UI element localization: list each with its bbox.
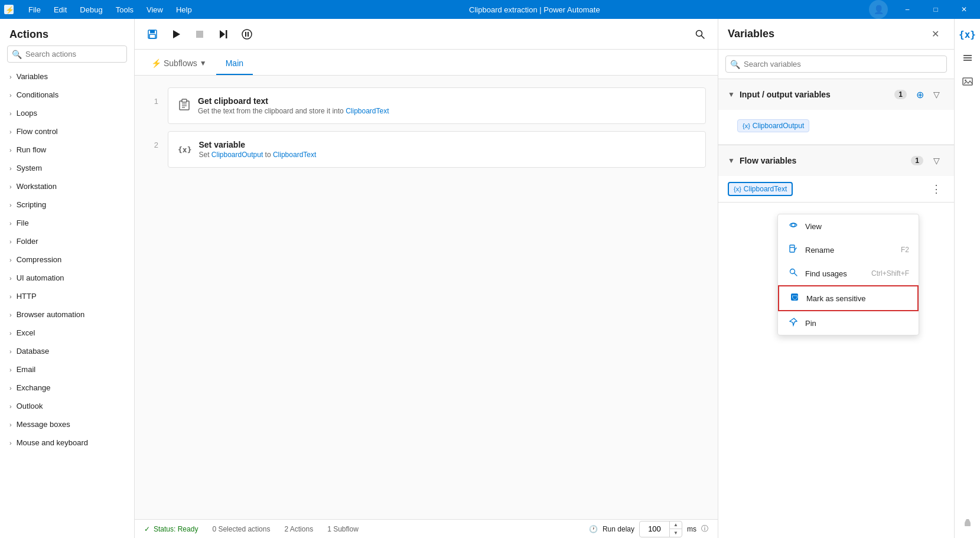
sidebar-layers-button[interactable] [957,47,978,69]
action-label: Message boxes [17,420,70,429]
pause-button[interactable] [236,24,258,45]
chevron-right-icon: › [9,311,12,318]
io-add-button[interactable]: ⊕ [911,86,928,103]
action-item-mousekeyboard[interactable]: › Mouse and keyboard [0,433,134,452]
user-avatar[interactable]: 👤 [869,0,888,19]
action-item-uiautomation[interactable]: › UI automation [0,269,134,287]
action-item-outlook[interactable]: › Outlook [0,397,134,415]
flow-section-badge: 1 [911,156,923,165]
stop-button[interactable] [189,24,210,45]
var-link-clipboardoutput[interactable]: ClipboardOutput [211,151,263,159]
menu-debug[interactable]: Debug [74,3,108,17]
action-item-exchange[interactable]: › Exchange [0,379,134,397]
save-button[interactable] [142,24,163,45]
context-pin-label: Pin [805,319,816,328]
flow-section-title: Flow variables [740,156,911,165]
action-label: Database [17,347,50,356]
check-icon: ✓ [144,525,150,533]
close-button[interactable]: ✕ [950,0,978,19]
view-icon [787,220,799,232]
context-menu-rename[interactable]: Rename F2 [778,238,919,262]
step-content-1: Get clipboard text Get the text from the… [198,96,696,115]
sidebar-image-button[interactable] [957,71,978,92]
menu-view[interactable]: View [141,3,169,17]
action-item-conditionals[interactable]: › Conditionals [0,86,134,104]
svg-rect-28 [963,60,972,61]
tab-main[interactable]: Main [216,53,253,75]
run-delay-value[interactable] [640,523,669,534]
flow-variable-chip[interactable]: {x} ClipboardText [728,182,793,196]
search-icon: 🔍 [12,50,22,59]
window-title: Clipboard extraction | Power Automate [203,5,867,14]
context-menu-findusages[interactable]: Find usages Ctrl+Shift+F [778,262,919,285]
svg-point-9 [242,30,252,39]
search-icon: 🔍 [730,60,740,69]
title-bar: ⚡ File Edit Debug Tools View Help Clipbo… [0,0,980,19]
sidebar-variables-button[interactable]: {x} [957,24,978,45]
action-label: Compression [17,255,62,264]
action-item-file[interactable]: › File [0,214,134,232]
step-card-2[interactable]: {x} Set variable Set ClipboardOutput to … [168,131,706,168]
tab-subflows[interactable]: ⚡ Subflows ▼ [142,53,216,75]
step-card-1[interactable]: Get clipboard text Get the text from the… [168,87,706,124]
io-filter-button[interactable]: ▽ [928,86,945,103]
io-variable-chip[interactable]: {x} ClipboardOutput [737,119,809,132]
sidebar-eraser-button[interactable] [957,512,978,533]
context-menu-view[interactable]: View [778,214,919,238]
search-variables-input[interactable] [725,56,947,73]
maximize-button[interactable]: □ [922,0,949,19]
action-item-http[interactable]: › HTTP [0,287,134,305]
flow-variables-content: {x} ClipboardText ⋮ [718,176,954,202]
next-step-button[interactable] [213,24,234,45]
context-menu-marksensitive[interactable]: 🛡 Mark as sensitive [778,285,919,311]
canvas-search-button[interactable] [689,24,711,45]
action-item-loops[interactable]: › Loops [0,104,134,122]
var-link-clipboardtext[interactable]: ClipboardText [346,107,389,115]
context-menu-pin[interactable]: Pin [778,311,919,335]
action-item-runflow[interactable]: › Run flow [0,141,134,159]
chevron-right-icon: › [9,275,12,282]
action-item-messageboxes[interactable]: › Message boxes [0,415,134,433]
run-delay-control: 🕐 Run delay ▲ ▼ ms ⓘ [589,521,708,537]
action-item-system[interactable]: › System [0,159,134,177]
findusages-icon [787,268,799,279]
chevron-right-icon: › [9,348,12,355]
io-variable-name: ClipboardOutput [753,122,804,130]
search-actions-input[interactable] [7,45,127,63]
minimize-button[interactable]: – [894,0,921,19]
menu-edit[interactable]: Edit [48,3,73,17]
variable-options-button[interactable]: ⋮ [928,181,945,197]
action-item-scripting[interactable]: › Scripting [0,195,134,214]
flow-canvas[interactable]: 1 Get clipboard text [135,76,718,519]
menu-file[interactable]: File [22,3,47,17]
action-item-variables[interactable]: › Variables [0,67,134,86]
action-item-flowcontrol[interactable]: › Flow control [0,122,134,141]
menu-help[interactable]: Help [170,3,198,17]
action-item-database[interactable]: › Database [0,342,134,360]
action-label: Run flow [17,145,47,154]
chevron-right-icon: › [9,384,12,392]
menu-tools[interactable]: Tools [110,3,139,17]
action-label: Conditionals [17,90,59,99]
flow-section-header[interactable]: ▼ Flow variables 1 ▽ [718,145,954,176]
variables-header: Variables ✕ [718,19,954,50]
variables-close-button[interactable]: ✕ [926,25,945,44]
action-item-folder[interactable]: › Folder [0,232,134,250]
action-item-excel[interactable]: › Excel [0,324,134,342]
rename-shortcut: F2 [901,246,909,254]
delay-decrement-button[interactable]: ▼ [670,529,682,537]
delay-increment-button[interactable]: ▲ [670,521,682,529]
var-link-clipboardtext2[interactable]: ClipboardText [273,151,316,159]
variable-braces-icon: {x} [959,29,976,40]
svg-rect-3 [150,30,155,33]
action-item-workstation[interactable]: › Workstation [0,177,134,195]
run-button[interactable] [165,24,187,45]
action-item-compression[interactable]: › Compression [0,250,134,269]
action-item-browserauto[interactable]: › Browser automation [0,305,134,324]
chevron-right-icon: › [9,256,12,263]
flow-filter-button[interactable]: ▽ [928,152,945,169]
actions-search-container: 🔍 [7,45,127,63]
subflows-icon: ⚡ [151,58,161,68]
io-section-header[interactable]: ▼ Input / output variables 1 ⊕ ▽ [718,79,954,110]
action-item-email[interactable]: › Email [0,360,134,379]
